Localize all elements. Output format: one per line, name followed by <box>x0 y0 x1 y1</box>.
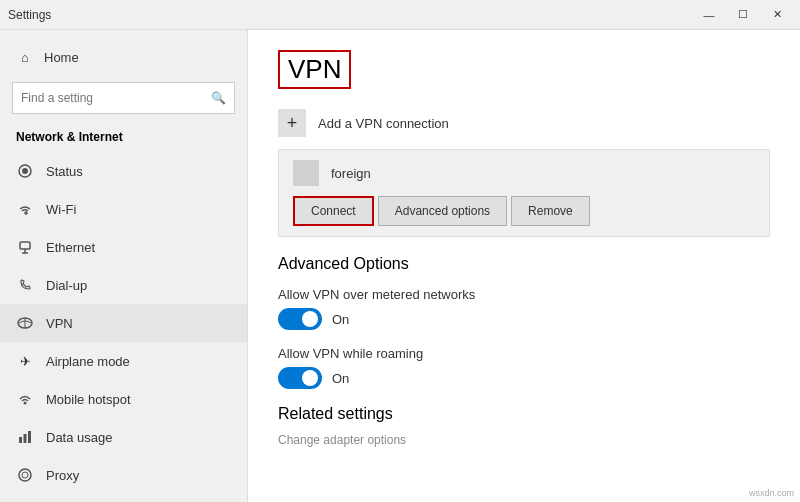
vpn-connection-name: foreign <box>331 166 371 181</box>
app-container: ⌂ Home 🔍 Network & Internet Status Wi-Fi… <box>0 30 800 502</box>
sidebar-item-dialup[interactable]: Dial-up <box>0 266 247 304</box>
svg-rect-8 <box>19 437 22 443</box>
proxy-icon <box>16 466 34 484</box>
vpn-card-header: foreign <box>293 160 755 186</box>
add-vpn-label: Add a VPN connection <box>318 116 449 131</box>
toggle-metered-networks[interactable] <box>278 308 322 330</box>
remove-button[interactable]: Remove <box>511 196 590 226</box>
add-vpn-row[interactable]: + Add a VPN connection <box>278 109 770 137</box>
svg-point-11 <box>19 469 31 481</box>
toggle-roaming-value: On <box>332 371 349 386</box>
wifi-icon <box>16 200 34 218</box>
airplane-icon: ✈ <box>16 352 34 370</box>
sidebar-item-ethernet[interactable]: Ethernet <box>0 228 247 266</box>
home-icon: ⌂ <box>16 48 34 66</box>
sidebar-item-airplane[interactable]: ✈ Airplane mode <box>0 342 247 380</box>
sidebar-item-status[interactable]: Status <box>0 152 247 190</box>
svg-point-12 <box>22 472 28 478</box>
watermark: wsxdn.com <box>749 488 794 498</box>
sidebar-section-title: Network & Internet <box>0 124 247 152</box>
sidebar-item-hotspot[interactable]: Mobile hotspot <box>0 380 247 418</box>
sidebar-item-wifi[interactable]: Wi-Fi <box>0 190 247 228</box>
advanced-options-title: Advanced Options <box>278 255 770 273</box>
svg-rect-2 <box>20 242 30 249</box>
page-title: VPN <box>278 50 351 89</box>
dialup-icon <box>16 276 34 294</box>
sidebar-item-label: VPN <box>46 316 73 331</box>
main-content: VPN + Add a VPN connection foreign Conne… <box>248 30 800 502</box>
sidebar-home-label: Home <box>44 50 79 65</box>
search-input[interactable] <box>21 91 211 105</box>
titlebar: Settings — ☐ ✕ <box>0 0 800 30</box>
toggle-metered-row: On <box>278 308 770 330</box>
option-metered-networks: Allow VPN over metered networks On <box>278 287 770 330</box>
sidebar-home-item[interactable]: ⌂ Home <box>0 38 247 76</box>
toggle-metered-value: On <box>332 312 349 327</box>
status-icon <box>16 162 34 180</box>
sidebar-item-label: Data usage <box>46 430 113 445</box>
window-controls: — ☐ ✕ <box>694 5 792 25</box>
sidebar-item-datausage[interactable]: Data usage <box>0 418 247 456</box>
app-title: Settings <box>8 8 51 22</box>
sidebar-item-label: Proxy <box>46 468 79 483</box>
svg-point-1 <box>22 168 28 174</box>
connect-button[interactable]: Connect <box>293 196 374 226</box>
add-vpn-icon: + <box>278 109 306 137</box>
related-settings-title: Related settings <box>278 405 770 423</box>
maximize-button[interactable]: ☐ <box>728 5 758 25</box>
option-roaming-label: Allow VPN while roaming <box>278 346 770 361</box>
sidebar-item-label: Airplane mode <box>46 354 130 369</box>
search-icon: 🔍 <box>211 91 226 105</box>
svg-point-7 <box>24 402 27 405</box>
svg-rect-9 <box>24 434 27 443</box>
sidebar-item-label: Dial-up <box>46 278 87 293</box>
advanced-options-button[interactable]: Advanced options <box>378 196 507 226</box>
sidebar: ⌂ Home 🔍 Network & Internet Status Wi-Fi… <box>0 30 248 502</box>
minimize-button[interactable]: — <box>694 5 724 25</box>
sidebar-item-label: Ethernet <box>46 240 95 255</box>
option-metered-label: Allow VPN over metered networks <box>278 287 770 302</box>
sidebar-item-label: Status <box>46 164 83 179</box>
change-adapter-options-link[interactable]: Change adapter options <box>278 433 770 447</box>
option-roaming: Allow VPN while roaming On <box>278 346 770 389</box>
datausage-icon <box>16 428 34 446</box>
close-button[interactable]: ✕ <box>762 5 792 25</box>
sidebar-item-label: Wi-Fi <box>46 202 76 217</box>
toggle-roaming-row: On <box>278 367 770 389</box>
toggle-roaming[interactable] <box>278 367 322 389</box>
hotspot-icon <box>16 390 34 408</box>
sidebar-item-vpn[interactable]: VPN <box>0 304 247 342</box>
svg-rect-10 <box>28 431 31 443</box>
vpn-connection-icon <box>293 160 319 186</box>
sidebar-item-proxy[interactable]: Proxy <box>0 456 247 494</box>
vpn-icon <box>16 314 34 332</box>
ethernet-icon <box>16 238 34 256</box>
sidebar-search-box[interactable]: 🔍 <box>12 82 235 114</box>
vpn-card: foreign Connect Advanced options Remove <box>278 149 770 237</box>
sidebar-item-label: Mobile hotspot <box>46 392 131 407</box>
vpn-card-buttons: Connect Advanced options Remove <box>293 196 755 226</box>
